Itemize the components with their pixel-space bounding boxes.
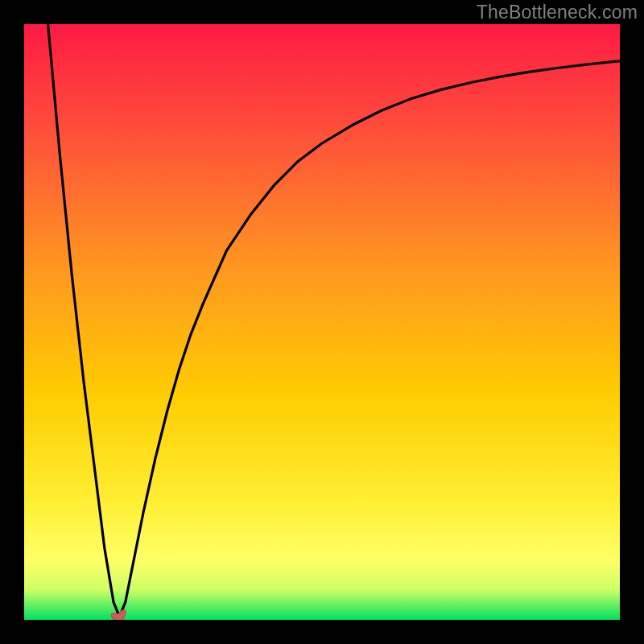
watermark-text: TheBottleneck.com	[477, 2, 638, 23]
plot-area	[24, 24, 620, 620]
chart-svg	[24, 24, 620, 620]
gradient-background	[24, 24, 620, 620]
chart-frame: TheBottleneck.com	[0, 0, 644, 644]
